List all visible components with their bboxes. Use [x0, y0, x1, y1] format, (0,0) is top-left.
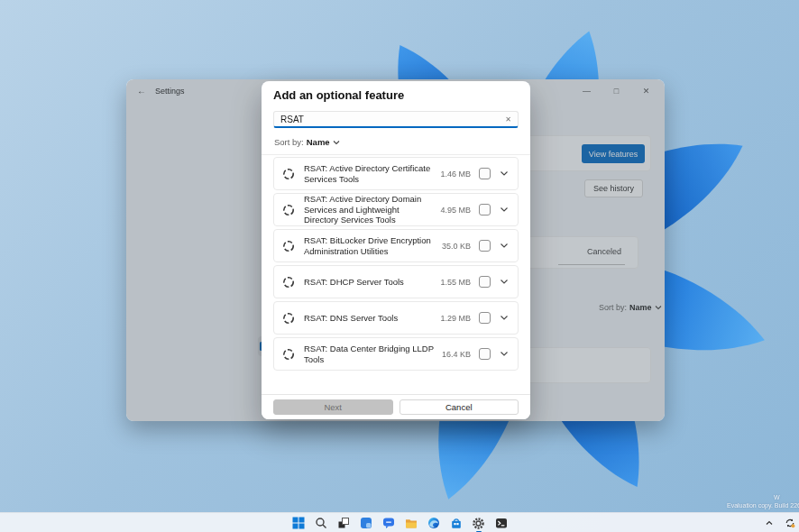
feature-icon	[282, 312, 295, 325]
feature-search-value: RSAT	[280, 115, 505, 124]
dialog-sort-dropdown[interactable]: Sort by: Name	[274, 137, 340, 147]
taskbar-search-icon[interactable]	[314, 516, 328, 530]
feature-checkbox[interactable]	[479, 312, 491, 324]
feature-search-input[interactable]: RSAT ✕	[273, 111, 519, 128]
clear-search-icon[interactable]: ✕	[505, 115, 511, 124]
feature-size: 16.4 KB	[442, 350, 471, 359]
feature-name: RSAT: Data Center Bridging LLDP Tools	[304, 344, 442, 365]
feature-checkbox[interactable]	[479, 204, 491, 216]
tray-sync-icon[interactable]	[783, 516, 797, 530]
feature-name: RSAT: DNS Server Tools	[304, 313, 440, 324]
feature-size: 4.95 MB	[440, 206, 471, 215]
feature-name: RSAT: Active Directory Domain Services a…	[304, 194, 440, 226]
tray-chevron-up-icon[interactable]	[762, 516, 776, 530]
evaluation-watermark-line2: Evaluation copy. Build 226	[727, 501, 799, 509]
taskbar	[0, 512, 799, 532]
feature-checkbox[interactable]	[479, 276, 491, 288]
chevron-down-icon[interactable]	[500, 351, 509, 357]
feature-row[interactable]: RSAT: Active Directory Domain Services a…	[273, 193, 519, 226]
feature-name: RSAT: BitLocker Drive Encryption Adminis…	[304, 235, 442, 257]
feature-icon	[282, 204, 295, 216]
feature-icon	[282, 168, 295, 180]
taskbar-task-view-icon[interactable]	[336, 516, 351, 530]
taskbar-start-icon[interactable]	[291, 516, 306, 530]
feature-size: 35.0 KB	[442, 242, 471, 251]
feature-icon	[282, 348, 295, 361]
chevron-down-icon[interactable]	[500, 315, 509, 321]
dialog-title: Add an optional feature	[273, 88, 404, 102]
taskbar-settings-icon[interactable]	[472, 516, 486, 530]
chevron-down-icon[interactable]	[500, 243, 509, 249]
feature-row[interactable]: RSAT: DNS Server Tools 1.29 MB	[273, 301, 519, 335]
chevron-down-icon	[333, 140, 340, 145]
taskbar-chat-icon[interactable]	[381, 516, 396, 530]
feature-list: RSAT: Active Directory Certificate Servi…	[262, 155, 530, 394]
taskbar-file-explorer-icon[interactable]	[404, 516, 418, 530]
taskbar-edge-icon[interactable]	[427, 516, 441, 530]
taskbar-widgets-icon[interactable]	[359, 516, 373, 530]
taskbar-terminal-icon[interactable]	[494, 516, 509, 530]
taskbar-icons	[0, 513, 799, 532]
feature-checkbox[interactable]	[479, 240, 491, 252]
next-button[interactable]: Next	[273, 399, 393, 415]
dialog-footer: Next Cancel	[262, 394, 530, 419]
feature-size: 1.46 MB	[440, 170, 471, 179]
feature-name: RSAT: Active Directory Certificate Servi…	[304, 163, 440, 185]
system-tray	[762, 513, 797, 532]
feature-icon	[282, 276, 295, 289]
feature-name: RSAT: DHCP Server Tools	[304, 277, 440, 288]
feature-checkbox[interactable]	[479, 348, 491, 360]
evaluation-watermark-line1: W	[774, 493, 780, 501]
feature-row[interactable]: RSAT: Active Directory Certificate Servi…	[273, 157, 519, 190]
add-optional-feature-dialog: Add an optional feature RSAT ✕ Sort by: …	[262, 81, 530, 419]
feature-icon	[282, 240, 295, 252]
chevron-down-icon[interactable]	[500, 279, 509, 285]
feature-row[interactable]: RSAT: DHCP Server Tools 1.55 MB	[273, 265, 519, 298]
cancel-button[interactable]: Cancel	[400, 399, 519, 415]
chevron-down-icon[interactable]	[500, 206, 509, 213]
chevron-down-icon[interactable]	[500, 170, 509, 177]
feature-size: 1.29 MB	[440, 314, 471, 323]
taskbar-store-icon[interactable]	[449, 516, 464, 530]
feature-row[interactable]: RSAT: Data Center Bridging LLDP Tools 16…	[273, 337, 519, 371]
feature-checkbox[interactable]	[479, 168, 491, 179]
desktop: { "accent": "#0067c0", "desktop": { "wat…	[0, 0, 799, 532]
feature-row[interactable]: RSAT: BitLocker Drive Encryption Adminis…	[273, 229, 519, 262]
feature-size: 1.55 MB	[440, 278, 471, 287]
